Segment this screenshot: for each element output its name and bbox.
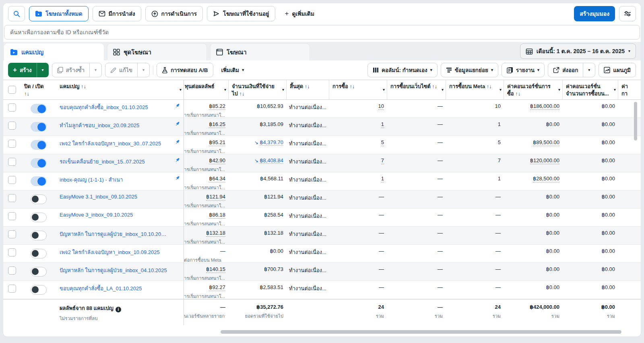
column-dropdown-icon[interactable]: ▾ (180, 88, 182, 92)
info-icon[interactable]: i (116, 307, 121, 312)
filter-active-ads[interactable]: โฆษณาที่ใช้งานอยู่ (207, 6, 275, 21)
campaign-name-link[interactable]: EasyMove 3_inbox_09.10.2025 (60, 212, 133, 218)
ab-test-button[interactable]: การทดสอบ A/B (157, 63, 213, 77)
campaign-name-link[interactable]: ขอบคุณทุกคำสั่งซื้อ_LA_01.10.2025 (60, 284, 142, 293)
column-dropdown-icon[interactable]: ▾ (282, 88, 284, 92)
campaign-toggle[interactable] (31, 231, 47, 240)
filter-had-delivery[interactable]: มีการนำส่ง (93, 6, 141, 21)
row-checkbox-cell (3, 172, 21, 191)
search-input[interactable] (10, 29, 634, 35)
tab-campaigns[interactable]: แคมเปญ (4, 43, 104, 60)
tab-campaigns-label: แคมเปญ (21, 48, 43, 57)
ends-cell: ทำงานต่อเนื่อง... (287, 227, 329, 246)
campaign-name-link[interactable]: เพจ2 ใครกำลังเจอปัญหา_inbox_30..07.2025 (60, 139, 161, 148)
horizontal-scrollbar[interactable] (221, 330, 621, 334)
columns-button[interactable]: คอลัมน์: กำหนดเอง ▾ (367, 63, 438, 77)
create-dropdown[interactable]: ▾ (37, 63, 49, 77)
column-dropdown-icon[interactable]: ▾ (383, 88, 385, 92)
campaign-toggle[interactable] (31, 267, 47, 277)
row-checkbox[interactable] (8, 158, 16, 166)
export-button[interactable]: ส่งออก (548, 63, 583, 77)
campaign-toggle[interactable] (31, 158, 47, 168)
row-checkbox[interactable] (8, 103, 16, 112)
purchase-conv-count-value: ฿0.00 (601, 230, 615, 236)
column-dropdown-icon[interactable]: ▾ (558, 88, 560, 92)
column-header-amount-spent[interactable]: จำนวนเงินที่ใช้จ่ายไป ↑↓ ▾ (229, 80, 287, 99)
column-header-toggle[interactable]: ปิด / เปิด ↑↓ (21, 80, 56, 99)
row-toggle-cell (21, 118, 56, 137)
row-checkbox[interactable] (8, 140, 16, 148)
breakdown-button[interactable]: ข้อมูลแยกย่อย ▾ (441, 63, 498, 77)
row-checkbox[interactable] (8, 285, 16, 293)
campaign-name-link[interactable]: ปัญหาหลัก ในการดูแลผู้ป่วย_inbox_04.10.2… (60, 266, 167, 275)
create-view-button[interactable]: สร้างมุมมอง (574, 6, 615, 21)
column-header-purchase-conv-value[interactable]: ค่าคอนเวอร์ชั่นการซื้อ ↑↓ ▾ (504, 80, 563, 99)
column-header-cut[interactable]: ค่า กา (618, 80, 632, 99)
view-settings-button[interactable] (619, 6, 636, 21)
column-header-website-purchases[interactable]: การซื้อบนเว็บไซต์ ↑↓ ▾ (387, 80, 446, 99)
campaign-toggle[interactable] (31, 176, 47, 186)
amount-spent-value[interactable]: ฿4,379.70 (260, 139, 283, 146)
row-toggle-cell (21, 209, 56, 227)
report-doc-icon (507, 67, 513, 73)
row-checkbox[interactable] (8, 230, 16, 238)
campaign-name-link[interactable]: ปัญหาหลัก ในการดูแลผู้ป่วย_inbox_10.10.2… (60, 230, 168, 238)
purchases-value: — (379, 212, 384, 218)
column-header-cost-per-result[interactable]: ทุนต่อผลลัพธ์ ▾ (184, 80, 229, 99)
column-header-purchase-conv-count[interactable]: ค่าคอนเวอร์ชั่นจำนวนการซื้อบน... ▾ (563, 80, 618, 99)
row-checkbox[interactable] (8, 194, 16, 202)
campaign-toggle[interactable] (31, 285, 47, 295)
pin-icon[interactable] (175, 121, 180, 128)
export-dropdown[interactable]: ▾ (583, 63, 595, 77)
campaign-toggle[interactable] (31, 249, 47, 258)
vertical-scrollbar[interactable] (634, 102, 637, 141)
column-header-ends[interactable]: สิ้นสุด ↑↓ (287, 80, 329, 99)
pin-icon[interactable] (175, 103, 180, 110)
tab-ad-sets[interactable]: ชุดโฆษณา (107, 43, 207, 60)
campaign-toggle[interactable] (31, 104, 47, 114)
column-dropdown-icon[interactable]: ▾ (614, 88, 616, 92)
campaign-name-link[interactable]: EasyMove 3.1_inbox_09.10.2025 (60, 194, 137, 200)
row-checkbox[interactable] (8, 122, 16, 130)
campaign-name-link[interactable]: เพจ2 ใครกำลังเจอปัญหา_inbox_10.09.2025 (60, 248, 160, 256)
row-checkbox[interactable] (8, 267, 16, 275)
pin-icon[interactable] (175, 175, 180, 182)
duplicate-button[interactable]: สร้างซ้ำ (52, 63, 89, 77)
tab-ads[interactable]: โฆษณา (210, 43, 310, 60)
row-checkbox[interactable] (8, 212, 16, 220)
edit-dropdown[interactable]: ▾ (137, 63, 149, 77)
campaign-toggle[interactable] (31, 194, 47, 204)
campaign-toggle[interactable] (31, 140, 47, 150)
row-checkbox[interactable] (8, 248, 16, 256)
campaign-toggle[interactable] (31, 122, 47, 132)
filter-all-ads[interactable]: โฆษณาทั้งหมด (29, 6, 89, 21)
create-button[interactable]: + สร้าง (8, 63, 37, 77)
campaign-name-link[interactable]: ทำไมลูกค้าชอบ_inbox_20.09.2025 (60, 121, 139, 130)
date-range-picker[interactable]: เดือนนี้: 1 ต.ค. 2025 – 16 ต.ค. 2025 ▾ (520, 43, 636, 59)
column-dropdown-icon[interactable]: ▾ (442, 88, 444, 92)
pin-icon[interactable] (175, 157, 180, 164)
charts-button[interactable]: แผนภูมิ (599, 63, 636, 77)
meta-purchases-cell: 7 (446, 154, 504, 173)
edit-button[interactable]: แก้ไข (105, 63, 137, 77)
pin-icon[interactable] (175, 139, 180, 146)
filter-actions[interactable]: การดำเนินการ (145, 6, 203, 21)
campaign-name-link[interactable]: inbox-คุณญ (1-1-1) - สำเนา (60, 176, 123, 184)
reports-button[interactable]: รายงาน ▾ (502, 63, 545, 77)
duplicate-dropdown[interactable]: ▾ (89, 63, 101, 77)
column-header-campaign[interactable]: แคมเปญ ↑↓ ▾ (56, 80, 184, 99)
column-dropdown-icon[interactable]: ▾ (224, 88, 226, 92)
column-dropdown-icon[interactable]: ▾ (500, 88, 502, 92)
search-button[interactable] (8, 6, 25, 21)
campaign-name-link[interactable]: รถเข็นเคลื่อนย้าย_inbox_15..07.2025 (60, 157, 145, 166)
chevron-down-icon: ▾ (628, 49, 630, 53)
select-all-checkbox[interactable] (8, 86, 16, 94)
more-button[interactable]: เพิ่มเติม ▾ (217, 63, 249, 77)
amount-spent-value[interactable]: ฿8,408.84 (260, 157, 283, 164)
column-header-meta-purchases[interactable]: การซื้อบน Meta ↑↓ ▾ (446, 80, 504, 99)
campaign-toggle[interactable] (31, 213, 47, 222)
column-header-purchases[interactable]: การซื้อ ↑↓ ▾ (329, 80, 387, 99)
campaign-name-link[interactable]: ขอบคุณทุกคำสั่งซื้อ_inbox_01.10.2025 (60, 103, 148, 112)
row-checkbox[interactable] (8, 176, 16, 184)
see-more-button[interactable]: + ดูเพิ่มเติม (279, 6, 320, 21)
